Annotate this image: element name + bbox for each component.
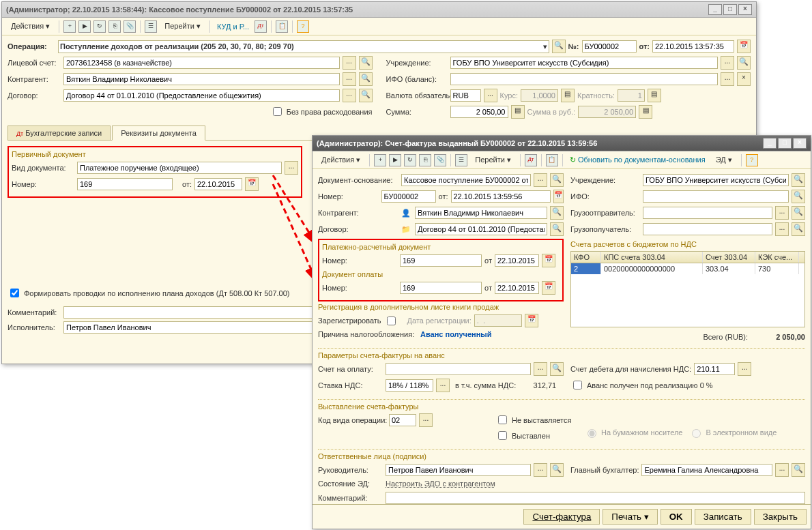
close-button[interactable]: ×	[738, 4, 752, 15]
add-icon[interactable]: +	[63, 20, 76, 33]
nospend-check[interactable]	[273, 107, 282, 116]
actions-menu-2[interactable]: Действия ▾	[317, 153, 365, 166]
val-dots[interactable]: ...	[484, 89, 497, 102]
opcode-input[interactable]	[389, 414, 416, 426]
receiver-input[interactable]	[643, 223, 772, 235]
th-kek[interactable]: КЭК сче...	[755, 252, 799, 263]
org2-search[interactable]: 🔍	[792, 173, 805, 187]
refresh-icon-2[interactable]: ↻	[404, 154, 416, 166]
dt-icon[interactable]: Дт	[255, 20, 267, 33]
sum-btn[interactable]: ▤	[511, 105, 525, 119]
refresh-icon[interactable]: ↻	[93, 20, 106, 33]
head-search[interactable]: 🔍	[550, 463, 564, 477]
date2-input[interactable]	[451, 190, 551, 203]
docnum-input[interactable]	[77, 178, 173, 190]
date-input[interactable]	[652, 40, 734, 53]
form-check[interactable]	[10, 289, 19, 297]
contr-search[interactable]: 🔍	[359, 72, 373, 86]
head-input[interactable]	[386, 464, 531, 476]
ed-link[interactable]: Настроить ЭДО с контрагентом	[386, 480, 495, 488]
basis-dots[interactable]: ...	[534, 173, 547, 187]
val-input[interactable]	[450, 89, 481, 102]
basis-input[interactable]	[401, 174, 531, 186]
add-icon-2[interactable]: +	[374, 154, 386, 166]
rate-input[interactable]	[386, 379, 433, 392]
vat-table[interactable]: КФО КПС счета 303.04 Счет 303.04 КЭК сче…	[570, 251, 805, 327]
struct-icon[interactable]: ☰	[145, 20, 157, 33]
sum-input[interactable]	[450, 106, 508, 118]
close-button-footer[interactable]: Закрыть	[754, 509, 807, 525]
contr2-input[interactable]	[415, 207, 547, 219]
pd-date-cal[interactable]: 📅	[542, 254, 555, 267]
account-input[interactable]	[63, 57, 340, 69]
debit-input[interactable]	[694, 363, 735, 375]
acc2-dots[interactable]: ...	[775, 463, 789, 477]
account-dots[interactable]: ...	[343, 56, 356, 70]
struct-icon-2[interactable]: ☰	[455, 154, 467, 166]
actions-menu[interactable]: Действия ▾	[6, 20, 55, 33]
org-dots[interactable]: ...	[721, 56, 734, 70]
head-dots[interactable]: ...	[534, 463, 547, 477]
contr2-search[interactable]: 🔍	[550, 206, 564, 220]
org-input[interactable]	[450, 57, 719, 69]
ifo2-search[interactable]: 🔍	[792, 190, 805, 203]
comment2-input[interactable]	[386, 492, 805, 504]
calendar-button[interactable]: 📅	[737, 40, 751, 53]
org2-input[interactable]	[643, 174, 789, 186]
ok-button[interactable]: OK	[661, 509, 692, 525]
rate-dots[interactable]: ...	[436, 379, 450, 392]
po-num-input[interactable]	[400, 282, 482, 294]
tab-accounting[interactable]: Дт Бухгалтерские записи	[8, 126, 111, 140]
acc-search[interactable]: 🔍	[550, 362, 564, 376]
kurs-btn[interactable]: ▤	[561, 89, 575, 102]
report-icon[interactable]: 📋	[276, 20, 288, 33]
account-search[interactable]: 🔍	[359, 56, 373, 70]
close-button-2[interactable]: ×	[793, 138, 807, 149]
refresh-link[interactable]: ↻ Обновить по документам-основания	[567, 154, 708, 166]
receiver-search[interactable]: 🔍	[792, 222, 805, 236]
attach-icon[interactable]: 📎	[124, 20, 136, 33]
advance-check[interactable]	[573, 381, 582, 389]
po-date-input[interactable]	[495, 282, 539, 294]
contract2-search[interactable]: 🔍	[550, 222, 564, 236]
num-input[interactable]	[582, 40, 637, 53]
pd-date-input[interactable]	[495, 254, 539, 267]
contract-dots[interactable]: ...	[343, 89, 356, 102]
debit-dots[interactable]: ...	[738, 362, 751, 376]
issued-check[interactable]	[498, 431, 507, 440]
copy-icon-2[interactable]: ⎘	[419, 154, 431, 166]
acc2-input[interactable]	[641, 464, 772, 476]
contract2-input[interactable]	[415, 223, 547, 235]
dt-icon-2[interactable]: Дт	[525, 154, 537, 166]
th-kps[interactable]: КПС счета 303.04	[601, 252, 703, 263]
ed-menu[interactable]: ЭД ▾	[711, 153, 737, 166]
reg-date-cal[interactable]: 📅	[525, 314, 538, 327]
date2-cal[interactable]: 📅	[553, 190, 564, 203]
minimize-button[interactable]: _	[708, 4, 722, 15]
th-acc[interactable]: Счет 303.04	[703, 252, 755, 263]
krat-btn[interactable]: ▤	[648, 89, 661, 102]
acc-input[interactable]	[386, 363, 531, 375]
save-button[interactable]: Записать	[695, 509, 751, 525]
sender-dots[interactable]: ...	[775, 206, 789, 220]
maximize-button-2[interactable]: □	[778, 138, 792, 149]
report-icon-2[interactable]: 📋	[546, 154, 558, 166]
contract-search[interactable]: 🔍	[359, 89, 373, 102]
opcode-dots[interactable]: ...	[419, 413, 433, 427]
noissue-check[interactable]	[498, 415, 507, 424]
ifo-clear[interactable]: ×	[737, 72, 751, 86]
contract-input[interactable]	[63, 89, 340, 102]
help-icon[interactable]: ?	[297, 20, 309, 33]
copy-icon[interactable]: ⎘	[108, 20, 121, 33]
minimize-button-2[interactable]: _	[763, 138, 777, 149]
th-kfo[interactable]: КФО	[571, 252, 601, 263]
doctype-dots[interactable]: ...	[285, 161, 298, 175]
num2-input[interactable]	[381, 190, 436, 203]
goto-menu[interactable]: Перейти ▾	[160, 20, 205, 33]
docdate-cal[interactable]: 📅	[245, 177, 259, 191]
invoice-button[interactable]: Счет-фактура	[523, 509, 600, 525]
sender-search[interactable]: 🔍	[792, 206, 805, 220]
contr-input[interactable]	[63, 73, 340, 85]
reg-check[interactable]	[387, 316, 396, 325]
pd-num-input[interactable]	[400, 254, 482, 267]
